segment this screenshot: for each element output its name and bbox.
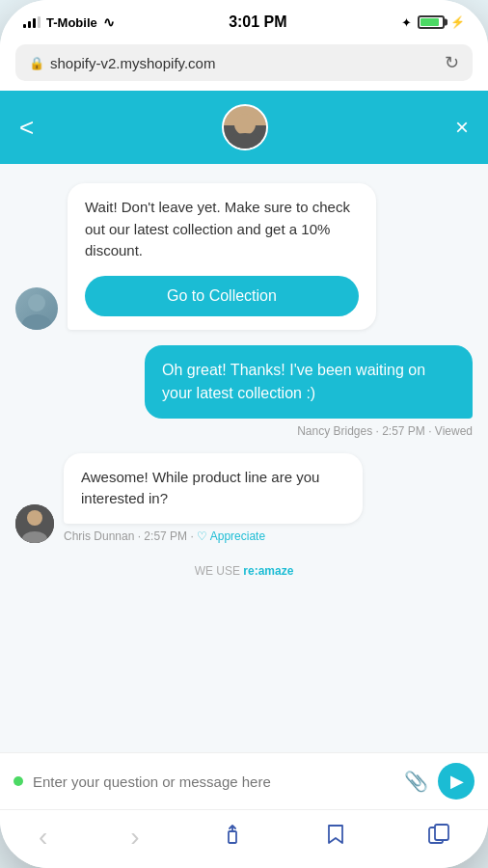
send-button[interactable]: ▶ bbox=[438, 763, 474, 800]
user-bubble: Oh great! Thanks! I've been waiting on y… bbox=[145, 345, 473, 419]
bottom-nav: ‹ › bbox=[0, 809, 488, 868]
lock-icon: 🔒 bbox=[29, 56, 44, 70]
user-message: Oh great! Thanks! I've been waiting on y… bbox=[15, 345, 473, 438]
agent-message-col: Awesome! While product line are you inte… bbox=[64, 453, 363, 543]
agent-message-meta: Chris Dunnan · 2:57 PM · ♡ Appreciate bbox=[64, 529, 363, 543]
forward-nav-icon[interactable]: › bbox=[130, 822, 139, 853]
input-area: 📎 ▶ bbox=[0, 752, 488, 809]
agent-message: Awesome! While product line are you inte… bbox=[15, 453, 473, 543]
user-message-meta: Nancy Bridges · 2:57 PM · Viewed bbox=[297, 424, 473, 438]
chat-header: < × bbox=[0, 91, 488, 164]
tabs-nav-icon[interactable] bbox=[428, 824, 449, 851]
send-arrow-icon: ▶ bbox=[450, 771, 464, 792]
bluetooth-icon: ✦ bbox=[401, 15, 412, 30]
time-label: 3:01 PM bbox=[229, 14, 286, 31]
bookmark-nav-icon[interactable] bbox=[326, 823, 345, 852]
reload-icon[interactable]: ↻ bbox=[445, 52, 459, 73]
battery-icon bbox=[418, 15, 445, 29]
carrier-label: T-Mobile bbox=[46, 15, 97, 30]
back-nav-icon[interactable]: ‹ bbox=[39, 822, 47, 853]
wifi-icon: ∿ bbox=[103, 14, 115, 30]
url-bar[interactable]: 🔒 shopify-v2.myshopify.com ↻ bbox=[15, 44, 473, 81]
svg-point-3 bbox=[27, 510, 42, 526]
status-left: T-Mobile ∿ bbox=[23, 14, 115, 30]
status-bar: T-Mobile ∿ 3:01 PM ✦ ⚡ bbox=[0, 0, 488, 39]
phone-frame: T-Mobile ∿ 3:01 PM ✦ ⚡ 🔒 shopify-v2.mysh… bbox=[0, 0, 488, 868]
online-indicator bbox=[14, 776, 23, 786]
close-button[interactable]: × bbox=[455, 114, 469, 141]
go-to-collection-button[interactable]: Go to Collection bbox=[85, 276, 359, 316]
user-message-text: Oh great! Thanks! I've been waiting on y… bbox=[162, 359, 455, 405]
bot-avatar bbox=[15, 287, 58, 330]
url-text: shopify-v2.myshopify.com bbox=[50, 55, 215, 71]
bot-bubble: Wait! Don't leave yet. Make sure to chec… bbox=[68, 183, 376, 330]
status-right: ✦ ⚡ bbox=[401, 15, 465, 30]
agent-avatar-header bbox=[222, 104, 268, 150]
svg-rect-5 bbox=[229, 831, 236, 843]
signal-icon bbox=[23, 16, 41, 28]
agent-message-text: Awesome! While product line are you inte… bbox=[81, 467, 345, 510]
chat-body: Wait! Don't leave yet. Make sure to chec… bbox=[0, 164, 488, 752]
bot-message: Wait! Don't leave yet. Make sure to chec… bbox=[15, 183, 473, 330]
back-button[interactable]: < bbox=[19, 113, 34, 143]
svg-point-0 bbox=[28, 294, 45, 312]
appreciate-link[interactable]: ♡ Appreciate bbox=[197, 529, 265, 543]
svg-rect-7 bbox=[435, 825, 448, 840]
agent-bubble: Awesome! While product line are you inte… bbox=[64, 453, 363, 524]
bot-message-text: Wait! Don't leave yet. Make sure to chec… bbox=[85, 197, 359, 262]
message-input[interactable] bbox=[33, 773, 394, 790]
share-nav-icon[interactable] bbox=[222, 823, 243, 852]
svg-point-1 bbox=[22, 314, 51, 330]
address-bar: 🔒 shopify-v2.myshopify.com ↻ bbox=[0, 39, 488, 91]
attach-icon[interactable]: 📎 bbox=[404, 770, 428, 793]
agent-avatar-chat bbox=[15, 504, 54, 543]
charging-icon: ⚡ bbox=[450, 15, 465, 29]
powered-by: WE USE re:amaze bbox=[15, 558, 473, 582]
